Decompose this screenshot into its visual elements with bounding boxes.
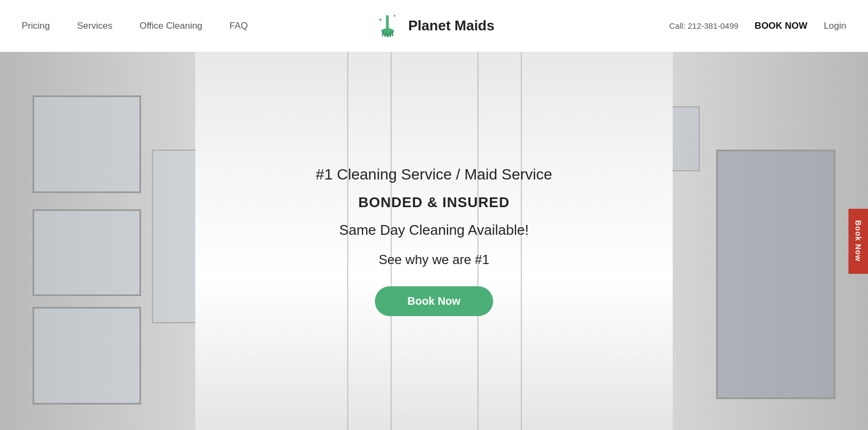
site-logo[interactable]: ✦ ✦ Planet Maids	[374, 11, 495, 41]
nav-office-cleaning[interactable]: Office Cleaning	[139, 21, 202, 31]
room-right	[673, 52, 868, 430]
site-header: Pricing Services Office Cleaning FAQ ✦	[0, 0, 868, 52]
nav-left: Pricing Services Office Cleaning FAQ	[22, 21, 248, 31]
call-number: Call: 212-381-0499	[669, 21, 739, 30]
window-right-1	[716, 150, 835, 399]
nav-faq[interactable]: FAQ	[229, 21, 248, 31]
logo-text: Planet Maids	[409, 17, 495, 34]
nav-pricing[interactable]: Pricing	[22, 21, 50, 31]
svg-line-3	[385, 33, 386, 37]
svg-line-5	[390, 33, 391, 37]
hero-book-button[interactable]: Book Now	[375, 286, 493, 316]
room-left	[0, 52, 195, 430]
header-login[interactable]: Login	[824, 21, 846, 31]
logo-icon: ✦ ✦	[374, 11, 402, 41]
svg-rect-1	[386, 15, 389, 30]
nav-services[interactable]: Services	[77, 21, 112, 31]
window-1	[33, 95, 141, 193]
hero-line4: See why we are #1	[379, 252, 489, 267]
hero-content: #1 Cleaning Service / Maid Service BONDE…	[316, 166, 552, 316]
window-2	[33, 209, 141, 296]
nav-right: Call: 212-381-0499 BOOK NOW Login	[669, 21, 846, 31]
svg-text:✦: ✦	[378, 17, 382, 23]
side-book-button[interactable]: Book Now	[848, 209, 868, 274]
window-3	[33, 307, 141, 405]
hero-line3: Same Day Cleaning Available!	[339, 222, 528, 239]
hero-line2: BONDED & INSURED	[359, 194, 510, 211]
header-book-now[interactable]: BOOK NOW	[755, 21, 807, 31]
hero-line1: #1 Cleaning Service / Maid Service	[316, 166, 552, 183]
svg-text:✦: ✦	[393, 14, 397, 18]
hero-section: #1 Cleaning Service / Maid Service BONDE…	[0, 52, 868, 430]
